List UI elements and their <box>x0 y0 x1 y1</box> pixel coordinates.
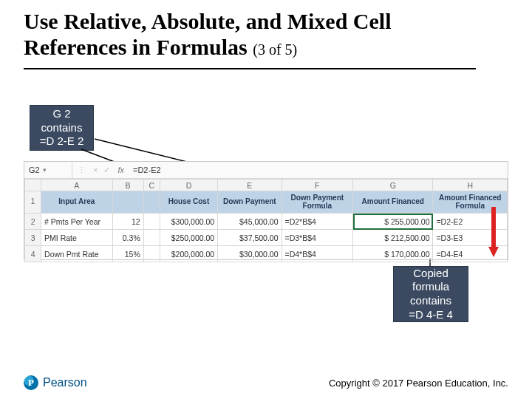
hdr-cell[interactable]: Input Area <box>41 191 112 214</box>
row-header[interactable]: 3 <box>25 230 41 246</box>
cell[interactable] <box>143 230 160 246</box>
cell[interactable]: PMI Rate <box>41 230 112 246</box>
table-row: 3 PMI Rate 0.3% $250,000.00 $37,500.00 =… <box>25 230 508 246</box>
col-header[interactable]: F <box>282 180 352 191</box>
spreadsheet-grid: A B C D E F G H 1 Input Area House Cost … <box>24 179 508 262</box>
title-underline <box>24 68 476 69</box>
col-header[interactable]: G <box>353 180 433 191</box>
title-main: Use Relative, Absolute, and Mixed Cell R… <box>24 9 391 59</box>
name-box-value: G2 <box>29 166 40 174</box>
formula-bar: G2 ▾ ⋮ × ✓ fx =D2-E2 <box>24 162 508 179</box>
cell[interactable] <box>143 214 160 230</box>
column-letter-row: A B C D E F G H <box>25 180 508 191</box>
cell[interactable]: 0.3% <box>112 230 143 246</box>
enter-icon[interactable]: ✓ <box>100 166 113 175</box>
cell[interactable]: $300,000.00 <box>160 214 217 230</box>
excel-screenshot: G2 ▾ ⋮ × ✓ fx =D2-E2 A B C D E F G H 1 I… <box>24 161 508 260</box>
col-header[interactable]: A <box>41 180 112 191</box>
name-box[interactable]: G2 ▾ <box>24 162 72 178</box>
table-header-row: 1 Input Area House Cost Down Payment Dow… <box>25 191 508 214</box>
pearson-brand-text: Pearson <box>43 376 87 389</box>
cell[interactable]: 12 <box>112 214 143 230</box>
pearson-logo: P Pearson <box>24 375 87 390</box>
pearson-mark-icon: P <box>24 375 38 390</box>
slide-title: Use Relative, Absolute, and Mixed Cell R… <box>24 9 497 60</box>
cell[interactable]: # Pmts Per Year <box>41 214 112 230</box>
callout-copied-formula: Copied formula contains =D 4-E 4 <box>393 266 468 322</box>
cell[interactable]: =D3*B$4 <box>282 230 352 246</box>
hdr-cell[interactable]: Amount Financed <box>353 191 433 214</box>
hdr-cell[interactable] <box>143 191 160 214</box>
chevron-down-icon[interactable]: ▾ <box>40 166 50 174</box>
cell[interactable]: 15% <box>112 246 143 262</box>
formula-bar-separator: ⋮ <box>72 166 90 175</box>
cell[interactable]: $37,500.00 <box>218 230 282 246</box>
cell[interactable]: $250,000.00 <box>160 230 217 246</box>
col-header[interactable]: D <box>160 180 217 191</box>
pearson-mark-letter: P <box>28 377 34 389</box>
cell[interactable]: Down Pmt Rate <box>41 246 112 262</box>
row-header[interactable]: 2 <box>25 214 41 230</box>
col-header[interactable]: B <box>112 180 143 191</box>
title-counter: (3 of 5) <box>253 41 297 58</box>
row-header[interactable]: 4 <box>25 246 41 262</box>
row-header[interactable]: 1 <box>25 191 41 214</box>
table-row: 2 # Pmts Per Year 12 $300,000.00 $45,000… <box>25 214 508 230</box>
fx-icon[interactable]: fx <box>113 166 129 174</box>
cell[interactable]: $45,000.00 <box>218 214 282 230</box>
copyright-text: Copyright © 2017 Pearson Education, Inc. <box>329 378 508 389</box>
cell[interactable]: =D2*B$4 <box>282 214 352 230</box>
cell[interactable] <box>143 246 160 262</box>
hdr-cell[interactable] <box>112 191 143 214</box>
cell[interactable]: $ 212,500.00 <box>353 230 433 246</box>
cancel-icon[interactable]: × <box>90 166 100 174</box>
formula-bar-content[interactable]: =D2-E2 <box>129 166 161 174</box>
select-all-corner[interactable] <box>25 180 41 191</box>
callout-g2-formula: G 2 contains =D 2-E 2 <box>30 105 94 151</box>
table-row: 4 Down Pmt Rate 15% $200,000.00 $30,000.… <box>25 246 508 262</box>
cell-selected[interactable]: $ 255,000.00 <box>353 214 433 230</box>
col-header[interactable]: C <box>143 180 160 191</box>
col-header[interactable]: H <box>433 180 508 191</box>
hdr-cell[interactable]: House Cost <box>160 191 217 214</box>
cell[interactable]: =D4*B$4 <box>282 246 352 262</box>
cell[interactable]: $30,000.00 <box>218 246 282 262</box>
cell[interactable]: $ 170,000.00 <box>353 246 433 262</box>
hdr-cell[interactable]: Down Payment Formula <box>282 191 352 214</box>
col-header[interactable]: E <box>218 180 282 191</box>
cell[interactable]: $200,000.00 <box>160 246 217 262</box>
red-arrow-icon <box>488 207 499 259</box>
hdr-cell[interactable]: Down Payment <box>218 191 282 214</box>
